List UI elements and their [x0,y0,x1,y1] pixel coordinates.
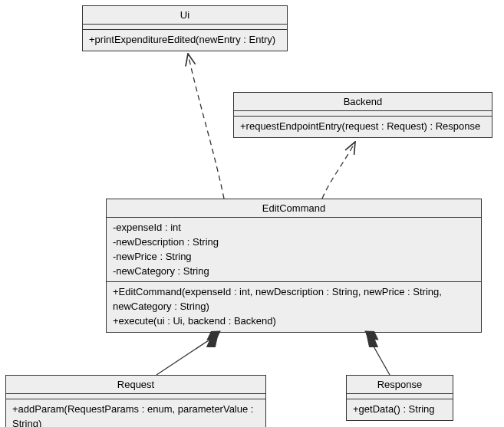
class-response-title: Response [347,376,453,394]
class-ui-methods: +printExpenditureEdited(newEntry : Entry… [83,30,287,51]
edge-editcommand-ui [188,54,224,199]
class-editcommand-method: +EditCommand(expenseId : int, newDescrip… [113,285,475,314]
class-editcommand-method: +execute(ui : Ui, backend : Backend) [113,314,475,329]
class-response-methods: +getData() : String [347,399,453,420]
class-backend: Backend +requestEndpointEntry(request : … [233,92,492,138]
diamond-request [204,334,222,351]
diamond-response [361,334,380,351]
class-backend-methods: +requestEndpointEntry(request : Request)… [234,117,492,137]
class-editcommand-methods: +EditCommand(expenseId : int, newDescrip… [107,282,481,332]
class-response-attributes [347,394,453,399]
edge-editcommand-backend [322,142,355,199]
class-editcommand-title: EditCommand [107,199,481,218]
edge-request-editcommand [156,334,218,375]
class-editcommand-attr: -expenseId : int [113,221,475,235]
class-response-method: +getData() : String [353,402,446,417]
class-ui-method: +printExpenditureEdited(newEntry : Entry… [89,33,281,48]
class-editcommand: EditCommand -expenseId : int -newDescrip… [106,199,482,333]
class-editcommand-attributes: -expenseId : int -newDescription : Strin… [107,218,481,282]
class-request-method: +addParam(RequestParams : enum, paramete… [12,402,259,427]
class-request-title: Request [6,376,265,394]
class-request-methods: +addParam(RequestParams : enum, paramete… [6,399,265,427]
class-response: Response +getData() : String [346,375,453,421]
class-ui-title: Ui [83,6,287,25]
class-editcommand-attr: -newCategory : String [113,264,475,279]
class-backend-method: +requestEndpointEntry(request : Request)… [240,120,486,134]
edge-response-editcommand [367,334,390,375]
class-request-attributes [6,394,265,399]
class-backend-attributes [234,111,492,117]
class-ui: Ui +printExpenditureEdited(newEntry : En… [82,5,288,51]
class-ui-attributes [83,25,287,30]
class-editcommand-attr: -newPrice : String [113,250,475,264]
class-editcommand-attr: -newDescription : String [113,235,475,250]
class-backend-title: Backend [234,93,492,111]
class-request: Request +addParam(RequestParams : enum, … [5,375,266,427]
